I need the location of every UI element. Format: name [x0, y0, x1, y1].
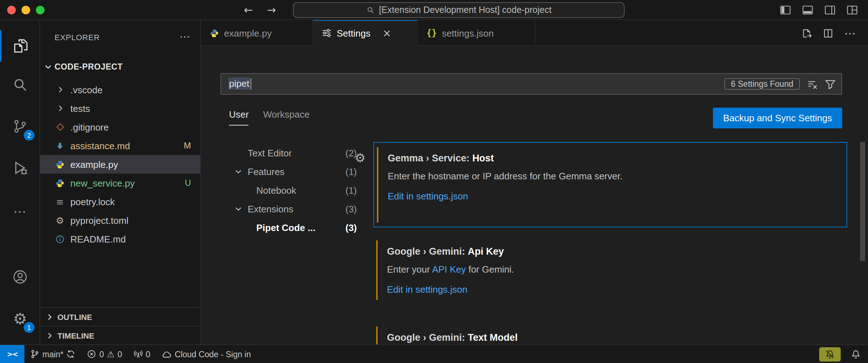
api-key-link[interactable]: API Key: [432, 264, 466, 275]
settings-badge: 1: [24, 322, 34, 333]
customize-layout-icon[interactable]: [846, 4, 858, 16]
notifications-bell-icon[interactable]: [851, 349, 861, 359]
results-count-badge: 6 Settings Found: [724, 78, 800, 90]
text-caret: [251, 79, 251, 90]
remote-indicator[interactable]: ><: [0, 345, 24, 363]
backup-sync-settings-button[interactable]: Backup and Sync Settings: [713, 108, 842, 128]
error-icon: [87, 349, 97, 359]
json-file-icon: {}: [426, 28, 437, 38]
radio-tower-icon: [134, 349, 143, 359]
scrollbar-thumb[interactable]: [860, 142, 865, 261]
chevron-right-icon: [55, 105, 65, 112]
search-icon: [366, 6, 375, 14]
forward-button[interactable]: →: [263, 0, 280, 20]
scope-tab-user[interactable]: User: [229, 109, 249, 126]
modified-indicator: [376, 326, 378, 344]
setting-actions-gear-icon[interactable]: ⚙: [355, 151, 366, 165]
info-file-icon: [55, 234, 65, 244]
close-tab-icon[interactable]: ×: [383, 27, 391, 39]
toc-item-pipet-code[interactable]: Pipet Code ... (3): [226, 218, 364, 237]
toc-item-features[interactable]: Features (1): [226, 162, 364, 181]
edit-in-settings-json-link[interactable]: Edit in settings.json: [387, 284, 834, 295]
tree-item-readme-md[interactable]: README.md: [40, 230, 200, 248]
explorer-more-actions-icon[interactable]: ⋯: [179, 30, 190, 43]
command-center[interactable]: [Extension Development Host] code-projec…: [293, 2, 625, 18]
minimize-window-button[interactable]: [22, 6, 30, 14]
explorer-icon[interactable]: [0, 30, 40, 62]
tree-item-pyproject-toml[interactable]: ⚙ pyproject.toml: [40, 211, 200, 230]
toggle-panel-icon[interactable]: [802, 4, 813, 16]
clear-search-filters-icon[interactable]: [807, 79, 818, 89]
account-icon[interactable]: [0, 261, 40, 293]
titlebar: ← → [Extension Development Host] code-pr…: [0, 0, 868, 20]
more-actions-icon[interactable]: ⋯: [844, 26, 857, 40]
run-debug-icon[interactable]: [0, 152, 40, 184]
tree-item-assistance-md[interactable]: assistance.md M: [40, 136, 200, 155]
split-editor-icon[interactable]: [823, 28, 834, 38]
python-file-icon: [55, 178, 65, 188]
tree-item-vscode[interactable]: .vscode: [40, 80, 200, 99]
chevron-right-icon: [46, 332, 53, 339]
scope-tab-workspace[interactable]: Workspace: [263, 109, 310, 125]
branch-status-item[interactable]: main*: [24, 345, 81, 363]
modified-indicator: [376, 240, 378, 300]
setting-row-google-gemini-text-model[interactable]: Google › Gemini: Text Model: [373, 322, 847, 344]
tab-settings[interactable]: Settings ×: [313, 20, 418, 46]
outline-section-header[interactable]: OUTLINE: [40, 307, 200, 326]
open-settings-json-icon[interactable]: [801, 28, 812, 38]
tab-bar: example.py Settings × {} settings.json ⋯: [201, 20, 868, 46]
notifications-muted-indicator[interactable]: [819, 347, 841, 362]
editor-group: example.py Settings × {} settings.json ⋯: [201, 20, 868, 344]
git-branch-icon: [30, 349, 39, 359]
tree-item-poetry-lock[interactable]: ≡ poetry.lock: [40, 192, 200, 211]
chevron-down-icon: [45, 63, 52, 70]
setting-row-gemma-service-host[interactable]: Gemma › Service: Host Enter the hostname…: [373, 142, 847, 227]
settings-editor: pipet 6 Settings Found User Workspace Ba…: [201, 46, 868, 344]
git-file-icon: [55, 123, 65, 131]
maximize-window-button[interactable]: [36, 6, 45, 14]
search-icon[interactable]: [0, 69, 40, 100]
filter-icon[interactable]: [825, 79, 836, 89]
edit-in-settings-json-link[interactable]: Edit in settings.json: [388, 191, 834, 202]
tree-item-new-service-py[interactable]: new_service.py U: [40, 174, 200, 192]
setting-title: Google › Gemini: Api Key: [387, 246, 834, 257]
chevron-right-icon: [46, 313, 53, 320]
setting-description: Enter the hostname or IP address for the…: [388, 171, 834, 182]
tree-item-example-py[interactable]: example.py: [40, 155, 200, 174]
window-title: [Extension Development Host] code-projec…: [379, 5, 552, 15]
lock-file-icon: ≡: [55, 196, 65, 207]
toc-item-notebook[interactable]: Notebook (1): [226, 181, 364, 199]
tab-example-py[interactable]: example.py: [201, 20, 313, 46]
setting-title: Google › Gemini: Text Model: [387, 332, 834, 343]
toggle-secondary-sidebar-icon[interactable]: [824, 4, 836, 16]
project-root-row[interactable]: CODE-PROJECT: [40, 57, 200, 76]
git-status-badge: U: [185, 178, 191, 188]
setting-row-google-gemini-api-key[interactable]: Google › Gemini: Api Key Enter your API …: [373, 236, 847, 304]
more-views-icon[interactable]: ⋯: [0, 195, 40, 227]
explorer-title: EXPLORER: [55, 33, 100, 42]
back-button[interactable]: ←: [240, 0, 257, 20]
tab-settings-json[interactable]: {} settings.json: [418, 20, 536, 46]
git-status-badge: M: [184, 141, 191, 151]
search-query-text: pipet: [228, 77, 250, 89]
ports-status-item[interactable]: 0: [128, 345, 156, 363]
timeline-section-header[interactable]: TIMELINE: [40, 326, 200, 344]
toggle-primary-sidebar-icon[interactable]: [780, 4, 791, 16]
toc-item-extensions[interactable]: Extensions (3): [226, 199, 364, 218]
status-bar: >< main* 0 ⚠ 0 0 Cloud Code - Sign in: [0, 344, 868, 363]
tree-item-tests[interactable]: tests: [40, 99, 200, 118]
toc-item-text-editor[interactable]: Text Editor (2): [226, 143, 364, 162]
problems-status-item[interactable]: 0 ⚠ 0: [81, 345, 128, 363]
sync-changes-icon[interactable]: [66, 349, 76, 359]
tree-item-gitignore[interactable]: .gitignore: [40, 118, 200, 136]
source-control-icon[interactable]: 2: [0, 110, 40, 142]
settings-gear-icon[interactable]: ⚙ 1: [0, 303, 40, 334]
close-window-button[interactable]: [7, 6, 16, 14]
chevron-right-icon: [55, 86, 65, 93]
scm-badge: 2: [24, 130, 34, 141]
setting-description: Enter your API Key for Gemini.: [387, 264, 834, 275]
settings-search-input[interactable]: pipet 6 Settings Found: [220, 73, 842, 95]
chevron-down-icon: [235, 168, 242, 175]
cloud-code-status-item[interactable]: Cloud Code - Sign in: [156, 345, 257, 363]
activity-bar: 2 ⋯ ⚙ 1: [0, 20, 40, 344]
